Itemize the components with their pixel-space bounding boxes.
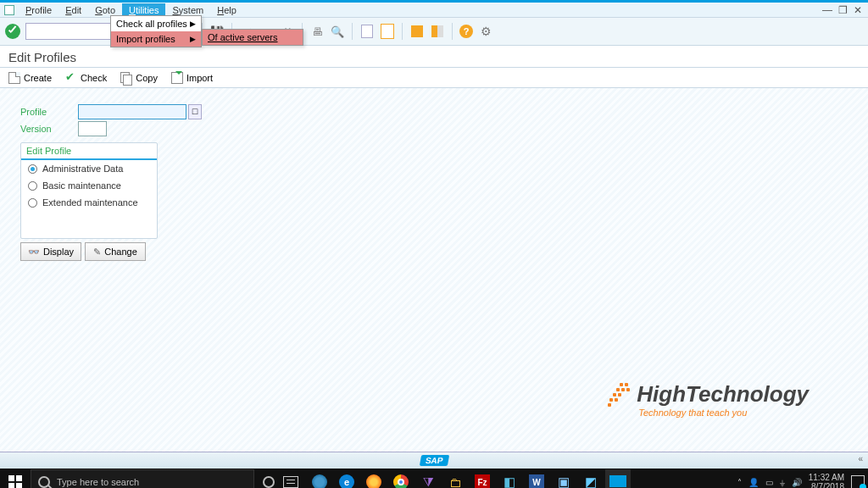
- minimize-icon[interactable]: —: [821, 4, 834, 16]
- page-title: Edit Profiles: [0, 46, 868, 68]
- app-icon-2[interactable]: ▣: [551, 469, 576, 488]
- enter-icon[interactable]: [5, 24, 20, 39]
- filezilla-icon[interactable]: Fz: [470, 469, 495, 488]
- word-icon[interactable]: W: [524, 469, 549, 488]
- group-title: Edit Profile: [21, 143, 157, 160]
- create-icon: [8, 72, 20, 84]
- radio-icon: [28, 164, 37, 174]
- check-button[interactable]: ✔ Check: [65, 72, 107, 84]
- tray-time: 11:32 AM: [809, 473, 844, 482]
- check-icon: ✔: [65, 72, 77, 84]
- tray-date: 8/7/2018: [809, 482, 844, 488]
- dd-of-active-servers[interactable]: Of active servers: [203, 30, 303, 45]
- explorer-icon[interactable]: 🗀: [442, 469, 468, 488]
- edge-icon[interactable]: e: [334, 469, 359, 488]
- content-area: Profile ☐ Version Edit Profile Administr…: [0, 88, 868, 452]
- visualstudio-icon[interactable]: ⧩: [415, 469, 441, 488]
- dd-item-label: Of active servers: [208, 32, 278, 42]
- svg-rect-3: [16, 483, 22, 488]
- button-label: Import: [186, 73, 213, 83]
- create-button[interactable]: Create: [8, 72, 52, 84]
- menu-help[interactable]: Help: [210, 3, 243, 17]
- dd-import-profiles[interactable]: Import profiles ▶: [111, 31, 201, 47]
- network-icon[interactable]: ⏚: [780, 478, 785, 487]
- button-label: Change: [104, 247, 137, 257]
- new-session-icon[interactable]: [409, 24, 425, 39]
- dd-check-all-profiles[interactable]: Check all profiles ▶: [111, 16, 201, 31]
- button-row: 👓 Display ✎ Change: [20, 242, 146, 261]
- svg-rect-0: [8, 475, 14, 481]
- separator: [452, 23, 453, 40]
- button-label: Copy: [136, 73, 158, 83]
- change-button[interactable]: ✎ Change: [85, 242, 146, 261]
- app-icon-1[interactable]: ◧: [497, 469, 522, 488]
- application-toolbar: Create ✔ Check Copy Import: [0, 68, 868, 88]
- start-button[interactable]: [0, 469, 31, 488]
- submenu-arrow-icon: ▶: [190, 35, 196, 43]
- import-button[interactable]: Import: [171, 72, 213, 84]
- radio-label: Extended maintenance: [42, 197, 138, 208]
- create-shortcut-icon[interactable]: [430, 24, 445, 39]
- chrome-icon[interactable]: [388, 469, 414, 488]
- close-icon[interactable]: ✕: [851, 4, 865, 16]
- menu-edit[interactable]: Edit: [58, 3, 88, 17]
- search-icon: [38, 476, 50, 488]
- dd-item-label: Import profiles: [116, 34, 175, 44]
- radio-icon: [28, 198, 37, 208]
- battery-icon[interactable]: ▭: [765, 478, 773, 487]
- watermark-logo: HighTechnology Technology that teach you: [608, 381, 809, 418]
- separator: [352, 23, 353, 40]
- logo-tagline: Technology that teach you: [608, 408, 809, 418]
- radio-label: Administrative Data: [42, 164, 123, 174]
- menu-profile[interactable]: Profile: [19, 3, 58, 17]
- taskbar-search[interactable]: Type here to search: [31, 469, 254, 488]
- glasses-icon: 👓: [28, 247, 40, 258]
- action-center-icon[interactable]: [851, 475, 865, 488]
- find-icon[interactable]: 🔍: [330, 24, 345, 39]
- print-icon[interactable]: 🖶: [309, 24, 325, 39]
- import-profiles-submenu: Of active servers: [202, 29, 303, 46]
- submenu-arrow-icon: ▶: [190, 19, 196, 28]
- statusbar-expand-icon[interactable]: «: [858, 454, 863, 463]
- copy-icon: [120, 72, 132, 84]
- cortana-icon[interactable]: [263, 476, 275, 488]
- customize-layout-icon[interactable]: ⚙: [478, 24, 493, 39]
- radio-label: Basic maintenance: [42, 180, 121, 191]
- import-icon: [171, 72, 183, 84]
- window-menu-icon[interactable]: [3, 4, 15, 16]
- clock[interactable]: 11:32 AM 8/7/2018: [809, 473, 844, 488]
- tray-up-icon[interactable]: ˄: [737, 478, 742, 487]
- dd-item-label: Check all profiles: [116, 19, 187, 29]
- logo-mark-icon: [608, 383, 632, 407]
- separator: [402, 23, 403, 40]
- profile-label: Profile: [20, 107, 78, 117]
- edit-profile-group: Edit Profile Administrative Data Basic m…: [20, 142, 158, 239]
- volume-icon[interactable]: 🔊: [792, 478, 802, 487]
- firefox-icon[interactable]: [361, 469, 387, 488]
- ie-icon[interactable]: [307, 469, 332, 488]
- copy-button[interactable]: Copy: [120, 72, 158, 84]
- svg-rect-1: [16, 475, 22, 481]
- profile-input[interactable]: [78, 104, 186, 119]
- sap-logo: SAP: [420, 455, 449, 466]
- sap-gui-icon[interactable]: [605, 469, 631, 488]
- version-label: Version: [20, 124, 78, 134]
- version-input[interactable]: [78, 121, 107, 136]
- display-button[interactable]: 👓 Display: [20, 242, 81, 261]
- utilities-dropdown: Check all profiles ▶ Import profiles ▶: [110, 15, 202, 47]
- radio-extended-maintenance[interactable]: Extended maintenance: [21, 194, 157, 211]
- f4-help-icon[interactable]: ☐: [188, 104, 202, 119]
- radio-icon: [28, 181, 37, 191]
- radio-basic-maintenance[interactable]: Basic maintenance: [21, 177, 157, 194]
- restore-icon[interactable]: ❐: [836, 4, 849, 16]
- windows-taskbar: Type here to search e ⧩ 🗀 Fz ◧ W ▣ ◩ ˄ 👤…: [0, 469, 868, 488]
- people-icon[interactable]: 👤: [748, 478, 759, 487]
- button-label: Display: [43, 247, 74, 257]
- task-view-icon[interactable]: [283, 476, 298, 488]
- radio-admin-data[interactable]: Administrative Data: [21, 160, 157, 177]
- help-icon[interactable]: ?: [459, 25, 473, 38]
- button-label: Check: [81, 73, 107, 83]
- app-icon-3[interactable]: ◩: [578, 469, 604, 488]
- first-page-icon[interactable]: [359, 24, 375, 39]
- prev-page-icon[interactable]: [380, 24, 395, 39]
